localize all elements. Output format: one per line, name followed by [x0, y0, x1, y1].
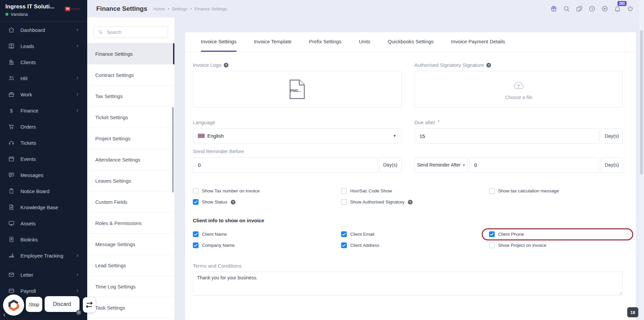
checkbox-client-address[interactable]: Client Address [341, 240, 489, 251]
checkbox-client-phone[interactable]: Client Phone [489, 229, 623, 240]
due-after-label-text: Due after [415, 120, 435, 125]
sidebar-item-knowledge-base[interactable]: Knowledge Base [0, 199, 87, 215]
sidebar-item-clients[interactable]: Clients [0, 54, 87, 70]
settings-nav-leaves-settings[interactable]: Leaves Settings [87, 170, 174, 191]
window-scrollbar-thumb[interactable] [640, 30, 643, 175]
checkbox-box[interactable] [489, 231, 495, 237]
stop-button[interactable]: Stop [26, 297, 42, 312]
settings-nav-lead-settings[interactable]: Lead Settings [87, 255, 174, 276]
settings-nav-roles-permissions[interactable]: Roles & Permissions [87, 213, 174, 234]
help-icon[interactable]: ? [224, 63, 228, 67]
settings-search-input[interactable] [106, 29, 164, 35]
settings-nav-contract-settings[interactable]: Contract Settings [87, 64, 174, 86]
tab-units[interactable]: Units [359, 32, 370, 52]
help-icon[interactable]: ? [408, 200, 413, 204]
discard-button[interactable]: Discard [45, 296, 79, 312]
checkbox-box[interactable] [341, 231, 347, 237]
reminder-after-input[interactable] [469, 157, 599, 173]
checkbox-box[interactable] [193, 242, 199, 248]
sidebar-item-leads[interactable]: Leads [0, 38, 87, 54]
sidebar-item-notice-board[interactable]: Notice Board [0, 183, 87, 199]
sidebar-item-orders[interactable]: Orders [0, 119, 87, 135]
checkbox-label: Company Name [202, 243, 235, 248]
language-select[interactable]: English ▼ [193, 128, 401, 143]
checkbox-box[interactable] [341, 242, 347, 248]
gift-icon[interactable] [549, 4, 559, 14]
tab-invoice-settings[interactable]: Invoice Settings [201, 32, 236, 52]
building-icon [8, 59, 15, 65]
settings-nav-task-settings[interactable]: Task Settings [87, 297, 174, 318]
settings-nav-finance-settings[interactable]: Finance Settings [87, 43, 174, 64]
settings-nav-message-settings[interactable]: Message Settings [87, 234, 174, 255]
checkbox-show-tax-calculation-message[interactable]: Show tax calculation message [489, 185, 623, 196]
checkbox-box[interactable] [489, 188, 495, 194]
user-name: Vandana [11, 12, 28, 17]
notes-icon[interactable] [574, 4, 584, 14]
terms-textarea[interactable]: Thank you for your business. [193, 272, 623, 295]
sidebar-item-events[interactable]: Events [0, 151, 87, 167]
help-icon[interactable]: ? [231, 200, 235, 204]
settings-nav-project-settings[interactable]: Project Settings [87, 128, 174, 149]
bell-icon[interactable]: 283 [612, 4, 623, 14]
breadcrumb-settings[interactable]: Settings [172, 6, 187, 11]
tab-prefix-settings[interactable]: Prefix Settings [309, 32, 341, 52]
settings-nav-ticket-settings[interactable]: Ticket Settings [87, 107, 174, 128]
user-card-icon [8, 43, 15, 49]
checkbox-hsn-sac-code-show[interactable]: Hsn/Sac Code Show [341, 185, 489, 196]
tab-invoice-payment-details[interactable]: Invoice Payment Details [451, 32, 505, 52]
sidebar-item-work[interactable]: Work [0, 86, 87, 102]
reminder-after-type-select[interactable]: Send Reminder After ▾ [415, 157, 468, 173]
checkbox-show-tax-number-on-invoice[interactable]: Show Tax number on invoice [193, 185, 341, 196]
sidebar-item-messages[interactable]: Messages [0, 167, 87, 183]
signature-upload[interactable]: Choose a file [415, 71, 623, 107]
checkbox-box[interactable] [193, 231, 199, 237]
reminder-before-input[interactable] [193, 157, 378, 173]
sidebar-item-finance[interactable]: $Finance [0, 102, 87, 119]
history-icon[interactable] [587, 4, 597, 14]
breadcrumb-home[interactable]: Home [153, 6, 165, 11]
settings-nav-attendance-settings[interactable]: Attendance Settings [87, 149, 174, 170]
checkbox-company-name[interactable]: Company Name [193, 240, 341, 251]
checkbox-box[interactable] [489, 242, 495, 248]
window-scrollbar[interactable] [639, 0, 644, 320]
tab-invoice-template[interactable]: Invoice Template [254, 32, 291, 52]
recorder-help-icon[interactable]: ? [76, 310, 81, 315]
checkbox-show-authorised-signatory[interactable]: Show Authorised Signatory? [341, 196, 489, 208]
sidebar-item-biolinks[interactable]: Biolinks [0, 231, 87, 247]
sidebar-item-tickets[interactable]: Tickets [0, 135, 87, 151]
chevron-right-icon [75, 92, 80, 97]
checkbox-label: Client Email [350, 232, 374, 237]
sidebar-item-dashboard[interactable]: Dashboard [0, 22, 87, 38]
checkbox-box[interactable] [193, 188, 199, 194]
checkbox-box[interactable] [341, 199, 347, 205]
checkbox-box[interactable] [193, 199, 199, 205]
tab-quickbooks-settings[interactable]: Quickbooks Settings [388, 32, 434, 52]
sidebar-item-hr[interactable]: HR [0, 70, 87, 86]
sidebar-item-assets[interactable]: Assets [0, 215, 87, 231]
scooter-icon [8, 252, 15, 259]
settings-nav-time-log-settings[interactable]: Time Log Settings [87, 276, 174, 297]
settings-nav-custom-fields[interactable]: Custom Fields [87, 191, 174, 213]
settings-search[interactable] [94, 26, 168, 38]
sidebar-item-letter[interactable]: Letter [0, 267, 87, 283]
settings-nav-tax-settings[interactable]: Tax Settings [87, 86, 174, 107]
add-icon[interactable] [600, 4, 610, 14]
sidebar-item-label: Payroll [20, 288, 69, 294]
chevron-right-icon [75, 288, 80, 293]
invoice-logo-upload[interactable]: PNG... [193, 71, 401, 107]
checkbox-show-project-on-invoice[interactable]: Show Project on invoice [489, 240, 623, 251]
search-icon[interactable] [561, 4, 572, 14]
due-after-input[interactable] [415, 128, 600, 144]
sidebar-item-label: Biolinks [20, 237, 80, 242]
panel-scrollbar[interactable] [172, 107, 174, 192]
power-icon[interactable] [625, 4, 635, 14]
checkbox-box[interactable] [341, 188, 347, 194]
checkbox-client-name[interactable]: Client Name [193, 229, 341, 240]
sidebar-item-employee-tracking[interactable]: Employee Tracking [0, 247, 87, 264]
checkbox-show-status[interactable]: Show Status? [193, 196, 341, 208]
help-icon[interactable]: ? [486, 63, 491, 67]
swap-button[interactable] [83, 297, 96, 313]
checkbox-client-email[interactable]: Client Email [341, 229, 489, 240]
sidebar-item-label: Finance [20, 108, 69, 113]
collapse-sidebar-icon[interactable] [2, 313, 7, 317]
